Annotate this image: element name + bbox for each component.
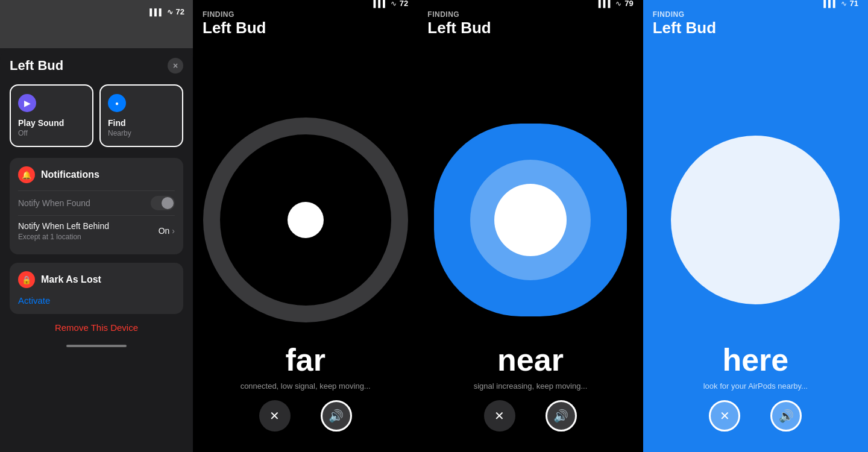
panel3-sound-button[interactable]: 🔊: [546, 400, 577, 432]
play-sound-button[interactable]: ▶ Play Sound Off: [10, 84, 93, 147]
panel4-status: ▌▌▌ ∿ 71: [653, 0, 858, 8]
panel4-subtitle: look for your AirPods nearby...: [703, 381, 808, 391]
battery-2: 72: [400, 0, 408, 8]
panel3-close-button[interactable]: ✕: [484, 400, 515, 432]
notify-behind-sub: Except at 1 location: [18, 233, 109, 241]
battery-label: 72: [176, 7, 184, 16]
activate-link[interactable]: Activate: [18, 295, 175, 306]
lock-icon: 🔒: [22, 275, 31, 284]
panel2-subtitle: connected, low signal, keep moving...: [241, 381, 371, 391]
far-ring-inner: [288, 202, 324, 238]
panel3-finding-label: FINDING: [427, 10, 633, 19]
play-sound-sub: Off: [18, 129, 85, 137]
notifications-section: 🔔 Notifications Notify When Found Notify…: [10, 158, 183, 254]
remove-device-link[interactable]: Remove This Device: [10, 322, 183, 333]
notify-found-row: Notify When Found: [18, 190, 175, 215]
near-blob: [434, 124, 627, 316]
find-sub: Nearby: [108, 129, 175, 137]
find-dot-icon: ●: [115, 100, 119, 107]
close-icon-2: ✕: [269, 409, 280, 423]
finder-panel-here: ▌▌▌ ∿ 71 FINDING Left Bud here look for …: [643, 0, 868, 452]
notify-behind-row[interactable]: Notify When Left Behind Except at 1 loca…: [18, 215, 175, 246]
here-blob: [671, 136, 840, 304]
mark-as-lost-section: 🔒 Mark As Lost Activate: [10, 263, 183, 314]
panel4-visual: [643, 60, 868, 380]
action-buttons-row: ▶ Play Sound Off ● Find Nearby: [10, 84, 183, 147]
wifi-icon-2: ∿: [391, 0, 397, 8]
signal-icon-3: ▌▌▌: [599, 0, 612, 7]
panel2-close-button[interactable]: ✕: [259, 400, 291, 432]
finder-panel-far: ▌▌▌ ∿ 72 FINDING Left Bud far connected,…: [193, 0, 418, 452]
chevron-icon: ›: [172, 226, 175, 236]
notify-behind-label: Notify When Left Behind: [18, 221, 109, 231]
wifi-icon: ∿: [167, 8, 173, 16]
on-label: On: [159, 226, 170, 236]
panel1-scroll-content: Left Bud × ▶ Play Sound Off ● Find Nearb…: [0, 48, 193, 452]
mark-as-lost-icon: 🔒: [18, 271, 35, 288]
panel4-sound-button[interactable]: 🔊: [770, 400, 802, 432]
notify-found-toggle[interactable]: [151, 196, 175, 210]
panel4-controls: ✕ 🔊: [709, 400, 802, 432]
wifi-icon-3: ∿: [615, 0, 621, 8]
far-ring: [203, 118, 408, 322]
on-chevron: On ›: [159, 226, 175, 236]
panel2-finding-label: FINDING: [203, 10, 408, 19]
play-icon: ▶: [24, 98, 31, 108]
panel1-title: Left Bud: [10, 58, 63, 74]
notifications-header: 🔔 Notifications: [18, 166, 175, 183]
near-blob-inner: [494, 184, 567, 256]
panel2-sound-button[interactable]: 🔊: [321, 400, 352, 432]
panel3-top-bar: ▌▌▌ ∿ 79 FINDING Left Bud: [418, 0, 643, 42]
sound-icon-2: 🔊: [329, 409, 344, 423]
bell-icon: 🔔: [22, 171, 31, 180]
battery-3: 79: [624, 0, 633, 8]
panel3-device-title: Left Bud: [427, 19, 633, 37]
panel2-controls: ✕ 🔊: [259, 400, 352, 432]
battery-4: 71: [850, 0, 858, 8]
near-blob-mid: [470, 160, 591, 280]
panel4-top-bar: ▌▌▌ ∿ 71 FINDING Left Bud: [643, 0, 868, 42]
finder-panel-near: ▌▌▌ ∿ 79 FINDING Left Bud near signal in…: [418, 0, 643, 452]
close-icon-3: ✕: [494, 409, 505, 423]
sound-icon-4: 🔊: [779, 409, 794, 423]
home-indicator: [66, 345, 127, 347]
panel2-status: ▌▌▌ ∿ 72: [203, 0, 408, 8]
panel2-visual: [193, 60, 418, 380]
find-label: Find: [108, 118, 175, 128]
close-icon-4: ✕: [720, 409, 730, 423]
panel4-distance: here: [722, 342, 788, 378]
panel3-visual: [418, 60, 643, 380]
wifi-icon-4: ∿: [841, 0, 847, 8]
notifications-title: Notifications: [41, 169, 99, 180]
panel3-controls: ✕ 🔊: [484, 400, 577, 432]
signal-icon-2: ▌▌▌: [373, 0, 387, 7]
panel3-status: ▌▌▌ ∿ 79: [427, 0, 633, 8]
signal-icon: ▌▌▌: [149, 8, 163, 16]
find-button[interactable]: ● Find Nearby: [99, 84, 183, 147]
mark-as-lost-header: 🔒 Mark As Lost: [18, 271, 175, 288]
mark-as-lost-title: Mark As Lost: [41, 274, 101, 285]
panel4-bottom: here look for your AirPods nearby... ✕ 🔊: [643, 380, 868, 452]
toggle-thumb: [162, 197, 174, 209]
notify-behind-text: Notify When Left Behind Except at 1 loca…: [18, 221, 109, 241]
panel4-device-title: Left Bud: [653, 19, 858, 37]
panel4-close-button[interactable]: ✕: [709, 400, 740, 432]
find-icon: ●: [108, 94, 126, 112]
notify-found-label: Notify When Found: [18, 198, 90, 208]
panel3-distance: near: [497, 342, 564, 378]
status-bar-1: ▌▌▌ ∿ 72: [149, 7, 184, 16]
close-icon: ×: [173, 61, 178, 71]
panel3-bottom: near signal increasing, keep moving... ✕…: [418, 380, 643, 452]
panel2-distance: far: [285, 342, 325, 378]
notifications-icon: 🔔: [18, 166, 35, 183]
panel2-device-title: Left Bud: [203, 19, 408, 37]
close-button[interactable]: ×: [168, 58, 183, 74]
panel4-finding-label: FINDING: [653, 10, 858, 19]
play-sound-icon: ▶: [18, 94, 36, 112]
panel1-header: Left Bud ×: [10, 58, 183, 74]
sound-icon-3: 🔊: [553, 409, 568, 423]
play-sound-label: Play Sound: [18, 118, 85, 128]
panel3-subtitle: signal increasing, keep moving...: [474, 381, 588, 391]
panel1-left-bud: ▌▌▌ ∿ 72 Left Bud × ▶ Play Sound Off ●: [0, 0, 193, 452]
panel2-bottom: far connected, low signal, keep moving..…: [193, 380, 418, 452]
